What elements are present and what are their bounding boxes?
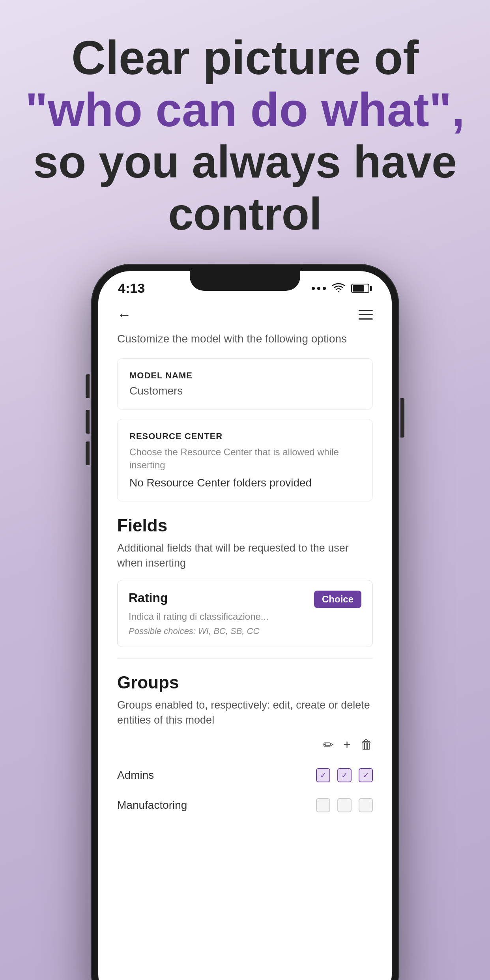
fields-heading: Fields [117, 516, 373, 535]
manufactoring-checkboxes [316, 798, 373, 812]
battery-icon [351, 284, 372, 293]
groups-description: Groups enabled to, respectively: edit, c… [117, 698, 373, 728]
manufactoring-checkbox-2[interactable] [337, 798, 352, 812]
manufactoring-checkbox-1[interactable] [316, 798, 330, 812]
status-icons [312, 283, 372, 294]
groups-section: Groups Groups enabled to, respectively: … [117, 673, 373, 820]
phone-inner: 4:13 [98, 271, 392, 980]
group-name-admins: Admins [117, 769, 154, 782]
choice-badge: Choice [314, 591, 361, 608]
groups-toolbar: ✏ + 🗑 [117, 737, 373, 752]
dot-1 [312, 287, 315, 290]
status-time: 4:13 [118, 281, 145, 296]
phone-outer: 4:13 [91, 264, 399, 980]
resource-center-value: No Resource Center folders provided [129, 477, 361, 489]
wifi-icon [331, 283, 346, 294]
group-name-manufactoring: Manufactoring [117, 799, 187, 812]
admins-checkbox-1[interactable] [316, 768, 330, 782]
battery-tip [370, 286, 372, 291]
manufactoring-checkbox-3[interactable] [359, 798, 373, 812]
hero-section: Clear picture of "who can do what", so y… [0, 0, 490, 256]
field-item-desc: Indica il rating di classificazione... [129, 611, 361, 622]
signal-dots [312, 287, 326, 290]
model-name-value: Customers [129, 385, 361, 397]
nav-bar: ← [98, 299, 392, 331]
delete-icon[interactable]: 🗑 [360, 737, 373, 752]
menu-line-1 [359, 310, 373, 311]
model-name-card: MODEL NAME Customers [117, 358, 373, 410]
field-item-header: Rating Choice [129, 591, 361, 608]
phone-wrapper: 4:13 [0, 256, 490, 980]
hero-line3: so you always have control [24, 136, 466, 240]
page-subtitle: Customize the model with the following o… [117, 331, 373, 358]
battery-fill [353, 285, 364, 292]
menu-line-3 [359, 318, 373, 320]
dot-2 [317, 287, 320, 290]
dot-3 [323, 287, 326, 290]
group-row-admins: Admins [117, 760, 373, 790]
admins-checkbox-2[interactable] [337, 768, 352, 782]
resource-center-label: RESOURCE CENTER [129, 431, 361, 441]
edit-icon[interactable]: ✏ [323, 737, 334, 752]
content-area: Customize the model with the following o… [98, 331, 392, 821]
group-row-manufactoring: Manufactoring [117, 790, 373, 820]
resource-center-card: RESOURCE CENTER Choose the Resource Cent… [117, 419, 373, 501]
section-divider [117, 658, 373, 658]
hero-line2: "who can do what", [24, 84, 466, 136]
menu-button[interactable] [359, 310, 373, 320]
phone-notch [190, 271, 300, 291]
admins-checkbox-3[interactable] [359, 768, 373, 782]
field-item-rating: Rating Choice Indica il rating di classi… [117, 580, 373, 647]
resource-center-desc: Choose the Resource Center that is allow… [129, 445, 361, 472]
field-item-choices: Possible choices: WI, BC, SB, CC [129, 626, 361, 636]
menu-line-2 [359, 314, 373, 315]
model-name-label: MODEL NAME [129, 370, 361, 381]
add-icon[interactable]: + [343, 737, 351, 752]
field-item-name: Rating [129, 591, 168, 605]
back-button[interactable]: ← [117, 307, 131, 323]
fields-description: Additional fields that will be requested… [117, 541, 373, 571]
fields-section: Fields Additional fields that will be re… [117, 516, 373, 647]
admins-checkboxes [316, 768, 373, 782]
hero-line1: Clear picture of [24, 32, 466, 84]
groups-heading: Groups [117, 673, 373, 692]
battery-body [351, 284, 369, 293]
